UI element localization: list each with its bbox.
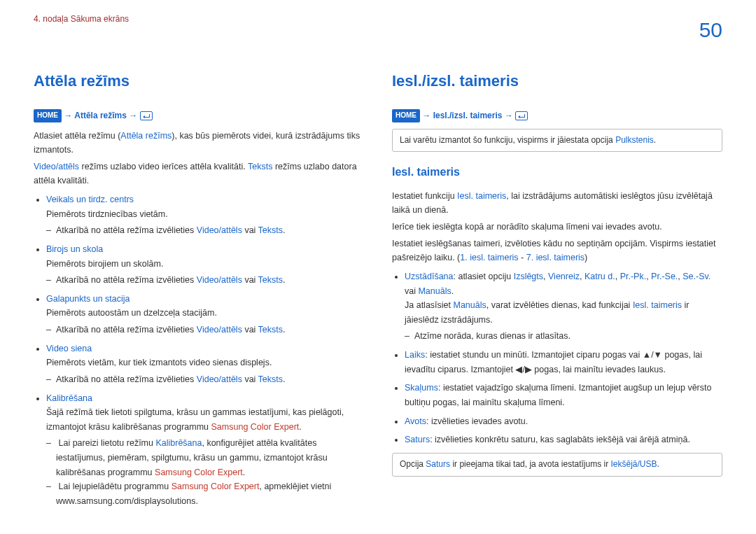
list-item: Skaļums: iestatiet vajadzīgo skaļuma līm… [405, 381, 722, 409]
enter-icon [140, 111, 153, 120]
page-number: 50 [699, 13, 722, 48]
list-item: Veikals un tirdz. centrs Piemērots tirdz… [46, 192, 364, 238]
body-text: Šajā režīmā tiek lietoti spilgtuma, krās… [46, 405, 364, 434]
sub-list-item: Atkarībā no attēla režīma izvēlieties Vi… [56, 273, 364, 288]
body-text: Piemērots birojiem un skolām. [46, 257, 364, 272]
list-item: Laiks: iestatiet stundu un minūti. Izman… [405, 348, 722, 377]
note-box: Lai varētu izmantot šo funkciju, vispirm… [392, 129, 722, 153]
arrow-icon: → [129, 111, 137, 120]
body-text: Piemērots vietām, kur tiek izmantots vid… [46, 356, 364, 370]
option-name: Avots [405, 416, 426, 426]
list-item: Birojs un skola Piemērots birojiem un sk… [46, 242, 364, 288]
body-text: Iestatiet ieslēgšanas taimeri, izvēlotie… [392, 237, 722, 265]
list-item: Video siena Piemērots vietām, kur tiek i… [46, 342, 364, 387]
list-item: Kalibrēšana Šajā režīmā tiek lietoti spi… [46, 391, 364, 509]
options-list: Uzstādīšana: atlasiet opciju Izslēgts, V… [392, 269, 722, 447]
inline-link: Pulkstenis [615, 135, 654, 145]
content-columns: Attēla režīms HOME → Attēla režīms → Atl… [0, 48, 756, 513]
right-nav-path: HOME → Iesl./izsl. taimeris → [392, 109, 722, 123]
option-name: Veikals un tirdz. centrs [46, 195, 134, 204]
body-text: Piemērots autoostām un dzelzceļa stacijā… [46, 306, 364, 321]
path-link: Iesl./izsl. taimeris [433, 111, 503, 120]
option-name: Uzstādīšana [405, 272, 453, 281]
note-box: Opcija Saturs ir pieejama tikai tad, ja … [392, 453, 722, 477]
option-name: Kalibrēšana [46, 393, 92, 403]
inline-link: Attēla režīms [120, 131, 172, 141]
arrow-icon: → [422, 111, 430, 120]
list-item: Saturs: izvēlieties konkrētu saturu, kas… [405, 433, 722, 447]
home-pill: HOME [392, 109, 420, 122]
sub-list-item: Lai lejupielādētu programmu Samsung Colo… [56, 479, 364, 508]
body-text: Video/attēls režīms uzlabo video ierīces… [34, 160, 364, 188]
option-name: Birojs un skola [46, 244, 103, 254]
sub-list-item: Atkarībā no attēla režīma izvēlieties Vi… [56, 372, 364, 387]
list-item: Uzstādīšana: atlasiet opciju Izslēgts, V… [405, 269, 722, 344]
body-text: Ja atlasīsiet Manuāls, varat izvēlēties … [405, 298, 722, 327]
option-name: Saturs [405, 435, 430, 444]
enter-icon [515, 111, 528, 120]
options-list: Veikals un tirdz. centrs Piemērots tirdz… [34, 192, 364, 509]
breadcrumb: 4. nodaļa Sākuma ekrāns [34, 13, 129, 27]
option-name: Laiks [405, 350, 425, 360]
path-link: Attēla režīms [74, 111, 127, 120]
body-text: Atlasiet attēla režīmu (Attēla režīms), … [34, 129, 364, 157]
sub-list-item: Atzīme norāda, kuras dienas ir atlasītas… [414, 329, 722, 344]
inline-link: Samsung Color Expert [211, 422, 300, 432]
left-nav-path: HOME → Attēla režīms → [34, 109, 364, 123]
list-item: Avots: izvēlieties ievades avotu. [405, 414, 722, 429]
arrow-icon: → [64, 111, 72, 120]
right-subheading: Iesl. taimeris [392, 163, 722, 181]
option-name: Galapunkts un stacija [46, 294, 130, 304]
sub-list-item: Atkarībā no attēla režīma izvēlieties Vi… [56, 323, 364, 337]
left-column: Attēla režīms HOME → Attēla režīms → Atl… [34, 69, 364, 513]
right-column: Iesl./izsl. taimeris HOME → Iesl./izsl. … [392, 69, 722, 513]
option-name: Skaļums [405, 383, 438, 393]
body-text: Ierīce tiek ieslēgta kopā ar norādīto sk… [392, 220, 722, 234]
page-header: 4. nodaļa Sākuma ekrāns 50 [0, 0, 756, 48]
sub-list-item: Atkarībā no attēla režīma izvēlieties Vi… [56, 223, 364, 238]
arrow-icon: → [505, 111, 513, 120]
right-heading: Iesl./izsl. taimeris [392, 69, 722, 94]
list-item: Galapunkts un stacija Piemērots autoostā… [46, 292, 364, 337]
body-text: Piemērots tirdzniecības vietām. [46, 207, 364, 222]
body-text: Iestatiet funkciju Iesl. taimeris, lai i… [392, 189, 722, 218]
sub-list-item: Lai pareizi lietotu režīmu Kalibrēšana, … [56, 436, 364, 479]
left-heading: Attēla režīms [34, 69, 364, 94]
home-pill: HOME [34, 109, 62, 122]
option-name: Video siena [46, 344, 92, 353]
